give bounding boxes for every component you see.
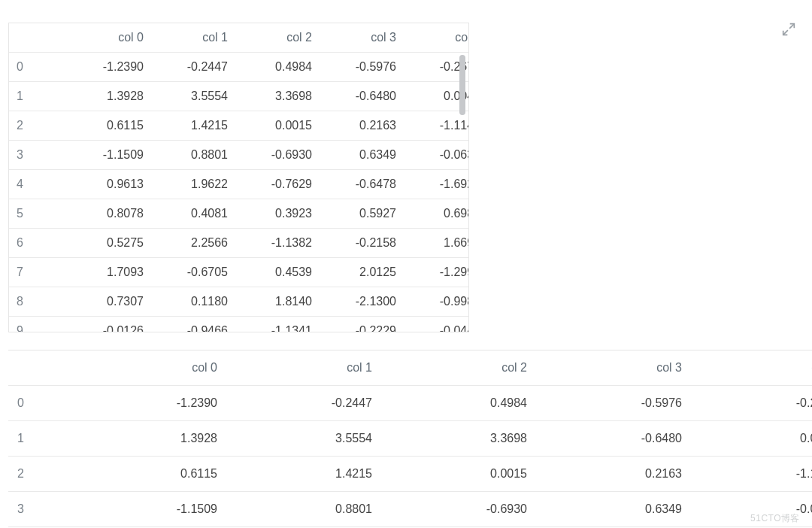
cell-value: 0.0015	[234, 111, 318, 141]
cell-value: -0.2158	[318, 229, 402, 258]
cell-value: -0.2447	[226, 386, 381, 421]
row-index: 3	[9, 141, 65, 170]
table-row: 3-1.15090.8801-0.69300.6349-0.0633	[8, 492, 812, 527]
col-header: col 0	[71, 350, 226, 386]
cell-value: -0.5976	[536, 386, 691, 421]
cell-value: 0.4984	[381, 386, 536, 421]
cell-value: -1.2390	[65, 53, 150, 82]
table-row: 60.52752.2566-1.1382-0.21581.6693	[9, 229, 469, 258]
expand-icon[interactable]	[782, 23, 795, 36]
row-index: 5	[9, 199, 65, 229]
table-row: 71.7093-0.67050.45392.0125-1.2991	[9, 258, 469, 287]
table-row: 11.39283.55543.3698-0.64800.0045	[9, 82, 469, 111]
cell-value: -2.1300	[318, 287, 402, 317]
cell-value: 3.5554	[226, 421, 381, 457]
cell-value: -0.5976	[318, 53, 402, 82]
cell-value: -0.7629	[234, 170, 318, 199]
cell-value: 0.6349	[318, 141, 402, 170]
cell-value: 0.8078	[65, 199, 150, 229]
cell-value: -0.0126	[65, 317, 150, 333]
cell-value: 0.6115	[65, 111, 150, 141]
table-row: 11.39283.55543.3698-0.64800.0045	[8, 421, 812, 457]
table-row: 3-1.15090.8801-0.69300.6349-0.0633	[9, 141, 469, 170]
cell-value: 3.5554	[150, 82, 234, 111]
cell-value: 0.6115	[71, 457, 226, 492]
cell-value: -0.9981	[402, 287, 469, 317]
row-index: 8	[9, 287, 65, 317]
cell-value: -0.2447	[150, 53, 234, 82]
vertical-scrollbar[interactable]	[459, 55, 465, 115]
cell-value: 0.8801	[226, 492, 381, 527]
row-index: 1	[8, 421, 71, 457]
cell-value: -1.1382	[234, 229, 318, 258]
cell-value: -0.6480	[536, 421, 691, 457]
cell-value: -0.2671	[691, 386, 812, 421]
row-index: 2	[9, 111, 65, 141]
row-index: 4	[9, 170, 65, 199]
col-header: col 1	[226, 350, 381, 386]
row-index: 6	[9, 229, 65, 258]
cell-value: 0.4539	[234, 258, 318, 287]
cell-value: -0.0445	[402, 317, 469, 333]
cell-value: 0.4081	[150, 199, 234, 229]
cell-value: -1.6928	[402, 170, 469, 199]
cell-value: 1.4215	[226, 457, 381, 492]
cell-value: 3.3698	[234, 82, 318, 111]
cell-value: -1.2991	[402, 258, 469, 287]
row-index: 9	[9, 317, 65, 333]
dataframe-table-2[interactable]: col 0 col 1 col 2 col 3 col 4 0-1.2390-0…	[8, 350, 784, 527]
cell-value: -1.1509	[71, 492, 226, 527]
cell-value: -1.1341	[234, 317, 318, 333]
cell-value: 0.5927	[318, 199, 402, 229]
cell-value: -0.6930	[381, 492, 536, 527]
table-row: 20.61151.42150.00150.2163-1.1140	[9, 111, 469, 141]
col-header: col 1	[150, 23, 234, 53]
cell-value: 0.3923	[234, 199, 318, 229]
cell-value: 0.4984	[234, 53, 318, 82]
row-index: 2	[8, 457, 71, 492]
row-index: 0	[8, 386, 71, 421]
cell-value: -1.1140	[691, 457, 812, 492]
cell-value: -1.1509	[65, 141, 150, 170]
cell-value: 0.6349	[536, 492, 691, 527]
cell-value: -0.0633	[402, 141, 469, 170]
table-row: 80.73070.11801.8140-2.1300-0.9981	[9, 287, 469, 317]
col-header: col 3	[318, 23, 402, 53]
cell-value: -0.2229	[318, 317, 402, 333]
table-row: 40.96131.9622-0.7629-0.6478-1.6928	[9, 170, 469, 199]
cell-value: -0.9466	[150, 317, 234, 333]
row-index: 7	[9, 258, 65, 287]
cell-value: 2.2566	[150, 229, 234, 258]
cell-value: 0.0015	[381, 457, 536, 492]
col-header: col 0	[65, 23, 150, 53]
cell-value: 0.7307	[65, 287, 150, 317]
cell-value: -0.6930	[234, 141, 318, 170]
index-header	[9, 23, 65, 53]
table-header-row: col 0 col 1 col 2 col 3 col 4	[8, 350, 812, 386]
table-row: 0-1.2390-0.24470.4984-0.5976-0.2671	[9, 53, 469, 82]
cell-value: 0.2163	[536, 457, 691, 492]
cell-value: 0.5275	[65, 229, 150, 258]
cell-value: 1.4215	[150, 111, 234, 141]
cell-value: 0.9613	[65, 170, 150, 199]
cell-value: -1.1140	[402, 111, 469, 141]
col-header: col 2	[381, 350, 536, 386]
col-header: col 2	[234, 23, 318, 53]
cell-value: -0.6480	[318, 82, 402, 111]
cell-value: -0.6478	[318, 170, 402, 199]
table-row: 9-0.0126-0.9466-1.1341-0.2229-0.0445	[9, 317, 469, 333]
cell-value: 1.7093	[65, 258, 150, 287]
col-header: col 4	[691, 350, 812, 386]
col-header: col 4	[402, 23, 469, 53]
cell-value: 1.3928	[71, 421, 226, 457]
row-index: 0	[9, 53, 65, 82]
cell-value: 1.9622	[150, 170, 234, 199]
cell-value: 1.8140	[234, 287, 318, 317]
cell-value: 0.2163	[318, 111, 402, 141]
cell-value: 3.3698	[381, 421, 536, 457]
cell-value: 1.6693	[402, 229, 469, 258]
cell-value: 2.0125	[318, 258, 402, 287]
dataframe-table-1[interactable]: col 0 col 1 col 2 col 3 col 4 0-1.2390-0…	[8, 23, 469, 332]
cell-value: 0.6984	[402, 199, 469, 229]
table-row: 20.61151.42150.00150.2163-1.1140	[8, 457, 812, 492]
